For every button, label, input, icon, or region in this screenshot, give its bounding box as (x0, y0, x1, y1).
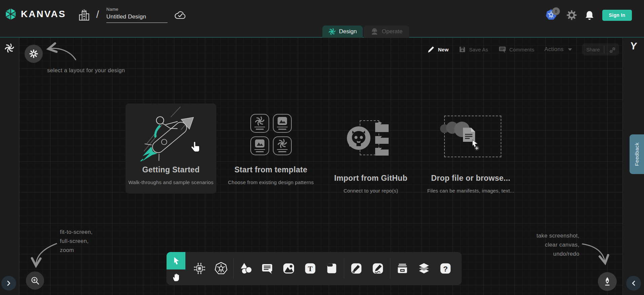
kubernetes-status-button[interactable]: 0 (545, 9, 559, 22)
pencil-icon (371, 262, 384, 275)
design-name-field: Name (106, 7, 168, 23)
github-illustration (325, 103, 416, 170)
select-layout-button[interactable] (25, 45, 43, 63)
card-import-from-github[interactable]: Import from GitHub Connect to your repo(… (325, 103, 416, 194)
hand-pan-icon (172, 272, 180, 282)
sticky-note-tool-button[interactable] (321, 252, 343, 285)
brand-logo[interactable]: KANVAS (4, 7, 66, 21)
sketch-pen-button[interactable] (598, 272, 617, 291)
help-tool-button[interactable]: ? (435, 252, 456, 285)
tab-design[interactable]: Design (322, 26, 363, 38)
pencil-tool-button[interactable] (367, 252, 389, 285)
spiral-icon (277, 138, 287, 149)
bell-icon[interactable] (585, 10, 594, 20)
layers-tool-button[interactable] (413, 252, 435, 285)
breadcrumb-separator: / (96, 9, 99, 20)
mini-card-spiral (250, 114, 269, 133)
zoom-button[interactable] (26, 271, 44, 290)
tool-row: T (185, 252, 462, 285)
image-tool-button[interactable] (278, 252, 299, 285)
card-title: Getting Started (142, 165, 200, 174)
building-icon[interactable] (77, 8, 91, 22)
feedback-label: Feedback (634, 142, 640, 166)
spiral-icon (255, 116, 265, 126)
card-subtitle: Choose from existing design patterns (228, 179, 314, 185)
kubernetes-tool-button[interactable] (210, 252, 232, 285)
file-document-icon (462, 127, 482, 151)
hint-line: clear canvas, (522, 240, 579, 249)
card-title: Import from GitHub (334, 174, 407, 183)
new-button[interactable]: New (427, 45, 449, 53)
header-right-cluster: 0 Sign In (545, 9, 632, 22)
image-icon (282, 262, 295, 275)
pen-nib-icon (603, 277, 612, 287)
chevron-right-icon (6, 281, 11, 286)
tab-operate[interactable]: Operate (364, 26, 409, 38)
asterisk-layout-icon (29, 49, 38, 58)
kanvas-app: KANVAS / Name (0, 0, 644, 295)
pen-tool-button[interactable] (346, 252, 367, 285)
hint-line: undo/redo (522, 249, 579, 258)
github-octocat-icon (346, 126, 371, 151)
gear-icon[interactable] (567, 10, 577, 20)
card-subtitle: Walk-throughs and sample scenarios (128, 179, 213, 185)
card-getting-started[interactable]: Getting Started Walk-throughs and sample… (126, 103, 216, 194)
floppy-save-icon (459, 46, 466, 53)
text-tool-button[interactable]: T (299, 252, 321, 285)
share-link-icon (608, 46, 615, 53)
save-as-label: Save As (469, 47, 488, 52)
layout-hint-text: select a layout for your design (47, 66, 125, 75)
shapes-icon (239, 261, 253, 276)
tab-operate-label: Operate (382, 28, 402, 35)
sticky-note-icon (325, 262, 338, 275)
actions-dropdown[interactable]: Actions (544, 46, 572, 53)
feedback-tab[interactable]: Feedback (630, 134, 644, 174)
image-icon (277, 117, 287, 125)
share-label: Share (586, 47, 600, 52)
body-row: New Save As (0, 38, 644, 295)
canvas-action-toolbar: New Save As (427, 43, 619, 56)
status-badge: 0 (552, 7, 560, 15)
kubernetes-wheel-icon (214, 261, 228, 276)
share-button[interactable]: Share (582, 43, 619, 55)
header-bar: KANVAS / Name (0, 0, 644, 37)
right-edge-panel: Y Feedback (622, 38, 644, 295)
zoom-in-magnifier-icon (30, 276, 40, 285)
mini-card-spiral (273, 136, 292, 155)
card-drop-file[interactable]: Drop file or browse... Files can be mani… (425, 103, 516, 194)
drawer-tool-button[interactable] (392, 252, 413, 285)
shapes-tool-button[interactable] (235, 252, 256, 285)
spiral-mark-icon[interactable] (4, 43, 14, 53)
design-name-input[interactable] (106, 12, 168, 23)
pencil-new-icon (427, 45, 435, 53)
help-glyph: ? (443, 264, 448, 273)
y-mark-icon: Y (630, 40, 637, 52)
left-edge-panel (0, 38, 19, 295)
select-tool-button[interactable] (167, 252, 185, 269)
collapse-right-panel-button[interactable] (626, 276, 641, 291)
card-start-from-template[interactable]: Start from template Choose from existing… (225, 103, 316, 194)
pan-tool-button[interactable] (167, 269, 185, 285)
pen-tool-icon (350, 262, 363, 275)
pointer-tool-column (167, 252, 185, 285)
tab-design-label: Design (339, 28, 357, 35)
save-as-button[interactable]: Save As (459, 46, 488, 53)
design-spiral-icon (328, 28, 336, 35)
layers-icon (417, 261, 431, 276)
comment-tool-button[interactable] (256, 252, 278, 285)
actions-label: Actions (544, 46, 564, 53)
chevron-left-icon (631, 281, 636, 286)
comment-bubble-icon (498, 45, 506, 53)
card-title: Start from template (235, 165, 308, 174)
comments-button[interactable]: Comments (498, 45, 534, 53)
sign-in-button[interactable]: Sign In (602, 10, 632, 21)
cloud-saved-icon (174, 10, 187, 20)
select-cursor-icon (172, 256, 180, 265)
components-tool-button[interactable] (189, 252, 210, 285)
comment-icon (260, 262, 274, 275)
expand-left-panel-button[interactable] (1, 276, 16, 291)
help-icon: ? (439, 262, 452, 275)
design-canvas[interactable]: New Save As (19, 38, 622, 295)
getting-started-illustration (126, 103, 216, 161)
mini-card-image (250, 136, 269, 155)
